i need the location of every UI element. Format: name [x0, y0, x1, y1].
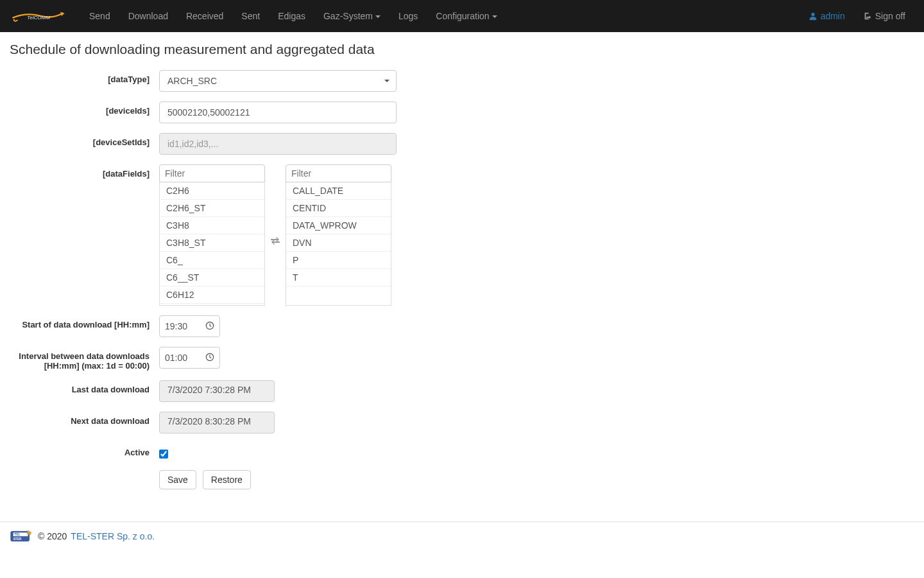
nav-user-label: admin: [821, 11, 845, 21]
clock-icon: [205, 321, 214, 332]
nav-edigas[interactable]: Edigas: [269, 1, 314, 31]
nav-gazsystem[interactable]: Gaz-System: [314, 1, 389, 31]
startdownload-input[interactable]: [165, 321, 197, 331]
list-item[interactable]: P: [286, 252, 391, 269]
datatype-select[interactable]: ARCH_SRC: [159, 70, 397, 92]
nav-sent[interactable]: Sent: [232, 1, 269, 31]
nextdownload-value: 7/3/2020 8:30:28 PM: [159, 412, 275, 434]
nav-download[interactable]: Download: [119, 1, 177, 31]
available-filter-input[interactable]: [159, 164, 265, 182]
swap-icon[interactable]: [270, 236, 280, 248]
main-container: Schedule of downloading measurement and …: [0, 32, 924, 509]
navbar: TelCOMM Send Download Received Sent Edig…: [0, 0, 924, 32]
list-item[interactable]: C3H8_ST: [160, 234, 264, 252]
list-item[interactable]: DVN: [286, 234, 391, 252]
interval-input[interactable]: [165, 353, 197, 363]
label-active: Active: [10, 443, 159, 457]
list-item[interactable]: CALL_DATE: [286, 182, 391, 200]
selected-fields-list[interactable]: CALL_DATE CENTID DATA_WPROW DVN P T: [286, 182, 391, 306]
interval-input-wrap[interactable]: [159, 347, 220, 369]
label-datafields: [dataFields]: [10, 164, 159, 179]
label-interval: Interval between data downloads [HH:mm] …: [10, 347, 159, 371]
active-checkbox[interactable]: [159, 450, 168, 459]
restore-button[interactable]: Restore: [203, 470, 251, 489]
devicesetids-input: [159, 133, 397, 155]
label-startdownload: Start of data download [HH:mm]: [10, 315, 159, 329]
footer-copyright: © 2020: [38, 531, 67, 541]
chevron-down-icon: [375, 15, 381, 18]
footer-link[interactable]: TEL-STER Sp. z o.o.: [71, 531, 155, 541]
nav-signoff[interactable]: Sign off: [854, 1, 914, 31]
svg-text:TEL: TEL: [15, 533, 21, 536]
list-item[interactable]: C6__ST: [160, 269, 264, 286]
chevron-down-icon: [492, 15, 497, 18]
nav-signoff-label: Sign off: [875, 11, 905, 21]
page-title: Schedule of downloading measurement and …: [10, 42, 914, 57]
label-devicesetids: [deviceSetIds]: [10, 133, 159, 147]
nav-received[interactable]: Received: [177, 1, 232, 31]
available-fields-list[interactable]: C2H6 C2H6_ST C3H8 C3H8_ST C6_ C6__ST C6H…: [159, 182, 265, 306]
lastdownload-value: 7/3/2020 7:30:28 PM: [159, 380, 275, 402]
user-icon: [809, 12, 817, 21]
list-item[interactable]: C2H6: [160, 182, 264, 200]
nav-send[interactable]: Send: [80, 1, 119, 31]
footer: TEL STER © 2020 TEL-STER Sp. z o.o.: [0, 521, 924, 550]
brand-logo[interactable]: TelCOMM: [10, 6, 67, 26]
datafields-duallist: C2H6 C2H6_ST C3H8 C3H8_ST C6_ C6__ST C6H…: [159, 164, 391, 306]
svg-text:STER: STER: [13, 538, 22, 541]
svg-text:TelCOMM: TelCOMM: [27, 15, 50, 21]
list-item[interactable]: C3H8: [160, 217, 264, 234]
list-item[interactable]: CENTID: [286, 200, 391, 217]
clock-icon: [205, 353, 214, 363]
selected-filter-input[interactable]: [286, 164, 391, 182]
label-lastdownload: Last data download: [10, 380, 159, 394]
list-item[interactable]: C2H6_ST: [160, 200, 264, 217]
startdownload-input-wrap[interactable]: [159, 315, 220, 337]
list-item[interactable]: T: [286, 269, 391, 286]
nav-right: admin Sign off: [800, 1, 914, 31]
list-item[interactable]: C6H12_ST: [160, 304, 264, 306]
nav-logs[interactable]: Logs: [389, 1, 427, 31]
label-nextdownload: Next data download: [10, 412, 159, 426]
footer-logo: TEL STER: [10, 529, 34, 544]
signoff-icon: [863, 12, 872, 21]
list-item[interactable]: C6_: [160, 252, 264, 269]
deviceids-input[interactable]: [159, 101, 397, 123]
nav-user[interactable]: admin: [800, 1, 854, 31]
nav-menu: Send Download Received Sent Edigas Gaz-S…: [80, 1, 800, 31]
label-datatype: [dataType]: [10, 70, 159, 84]
list-item[interactable]: C6H12: [160, 286, 264, 304]
label-deviceids: [deviceIds]: [10, 101, 159, 116]
save-button[interactable]: Save: [159, 470, 196, 489]
nav-configuration[interactable]: Configuration: [427, 1, 506, 31]
list-item[interactable]: DATA_WPROW: [286, 217, 391, 234]
